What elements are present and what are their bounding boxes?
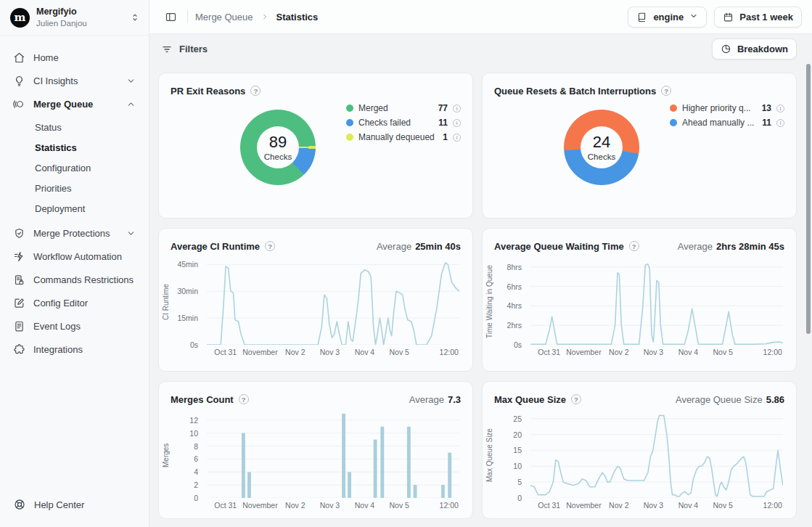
chevron-updown-icon — [130, 12, 140, 23]
y-tick-label: 0 — [517, 494, 522, 502]
help-icon[interactable]: ? — [571, 394, 581, 404]
sidebar-item-merge-queue[interactable]: Merge Queue — [7, 92, 142, 115]
sidebar-item-label: Merge Protections — [33, 228, 110, 239]
x-tick-label: Nov 5 — [389, 348, 409, 356]
pr-exit-donut-chart: 89 Checks — [240, 110, 316, 185]
x-tick-label: November — [242, 348, 277, 356]
y-tick-label: 0s — [514, 340, 522, 349]
info-icon[interactable]: i — [453, 105, 461, 113]
x-tick-label: November — [242, 501, 277, 510]
sidebar-item-workflow-automation[interactable]: Workflow Automation — [7, 245, 142, 268]
legend-label: Ahead manually ... — [682, 118, 757, 128]
legend-dot — [346, 119, 353, 126]
sidebar-item-statistics[interactable]: Statistics — [7, 137, 142, 158]
info-icon[interactable]: i — [453, 134, 461, 142]
merge-queue-icon — [13, 98, 25, 110]
y-tick-label: 4hrs — [507, 301, 522, 310]
sidebar-item-label: Event Logs — [33, 321, 81, 332]
y-tick-label: 2 — [194, 481, 198, 489]
sidebar-item-deployment[interactable]: Deployment — [7, 198, 142, 218]
sidebar-item-priorities[interactable]: Priorities — [7, 178, 142, 198]
date-range-button[interactable]: Past 1 week — [714, 7, 802, 28]
org-switcher[interactable]: m Mergifyio Julien Danjou — [0, 0, 149, 36]
card-average-ci-runtime: Average CI Runtime ? Average25min 40s CI… — [158, 228, 473, 372]
card-average-stat: Average Queue Size5.86 — [676, 394, 784, 405]
scrollbar-thumb[interactable] — [806, 64, 811, 334]
sidebar-toggle-icon[interactable] — [161, 7, 180, 26]
legend-item[interactable]: Merged77i — [346, 101, 461, 115]
x-tick-label: Nov 4 — [355, 501, 374, 510]
breakdown-button[interactable]: Breakdown — [712, 38, 797, 60]
app-root: m Mergifyio Julien Danjou HomeCI Insight… — [0, 0, 812, 527]
sidebar-item-label: CI Insights — [33, 75, 78, 86]
x-tick-label: 12:00 — [763, 501, 782, 510]
info-icon[interactable]: i — [776, 105, 784, 113]
chevron-up-icon — [126, 99, 136, 109]
help-icon[interactable]: ? — [661, 86, 671, 96]
x-tick-label: Nov 5 — [713, 348, 732, 356]
legend-item[interactable]: Checks failed11i — [346, 115, 461, 130]
y-axis-title: Max Queue Size — [485, 412, 493, 498]
filters-label: Filters — [179, 44, 208, 54]
x-tick-label: Nov 4 — [678, 348, 698, 356]
sidebar-item-configuration[interactable]: Configuration — [7, 158, 142, 178]
filters-button[interactable]: Filters — [161, 44, 208, 55]
y-tick-label: 12 — [189, 416, 198, 425]
legend-label: Merged — [358, 103, 433, 113]
calendar-icon — [723, 12, 734, 23]
chart-legend: Merged77iChecks failed11iManually dequeu… — [346, 101, 461, 144]
donut-center-label: Checks — [264, 152, 292, 161]
mergify-logo: m — [10, 8, 30, 28]
legend-item[interactable]: Manually dequeued1i — [346, 130, 461, 144]
legend-value: 77 — [438, 103, 448, 113]
x-tick-label: Nov 2 — [285, 348, 305, 356]
y-tick-label: 25 — [513, 414, 522, 423]
sidebar-item-config-editor[interactable]: Config Editor — [7, 291, 142, 314]
x-tick-label: November — [566, 501, 601, 510]
x-tick-label: Nov 3 — [644, 348, 663, 356]
info-icon[interactable]: i — [453, 119, 461, 127]
x-tick-label: Nov 2 — [609, 348, 628, 356]
y-tick-label: 30min — [177, 287, 198, 295]
shield-icon — [13, 227, 25, 240]
document-icon — [13, 320, 25, 332]
help-center-link[interactable]: Help Center — [0, 498, 149, 527]
info-icon[interactable]: i — [776, 119, 784, 127]
cards-grid: PR Exit Reasons ? 89 Checks Merged77iChe… — [149, 64, 812, 527]
legend-dot — [346, 105, 353, 112]
sidebar-item-commands-restrictions[interactable]: Commands Restrictions — [7, 268, 142, 291]
top-header: Merge Queue Statistics engine Past 1 wee… — [149, 0, 812, 34]
help-icon[interactable]: ? — [629, 241, 639, 251]
org-user: Julien Danjou — [36, 18, 87, 28]
edit-icon — [13, 297, 25, 309]
legend-value: 13 — [762, 103, 771, 113]
legend-label: Higher priority q... — [682, 103, 757, 113]
help-icon[interactable]: ? — [250, 86, 261, 96]
queue-waiting-line-chart — [530, 259, 783, 345]
zap-icon — [13, 250, 25, 263]
x-tick-label: Nov 3 — [320, 501, 340, 510]
x-tick-label: Nov 4 — [678, 501, 698, 510]
sidebar-item-merge-protections[interactable]: Merge Protections — [7, 221, 142, 245]
date-range-value: Past 1 week — [739, 12, 793, 23]
sidebar-item-status[interactable]: Status — [7, 117, 142, 137]
card-title: Queue Resets & Batch Interruptions — [494, 86, 656, 97]
card-average-stat: Average25min 40s — [377, 241, 461, 252]
x-tick-label: Nov 5 — [713, 501, 732, 510]
legend-value: 11 — [438, 118, 448, 128]
help-center-label: Help Center — [34, 499, 84, 510]
sidebar-item-home[interactable]: Home — [7, 46, 142, 69]
legend-item[interactable]: Higher priority q...13i — [670, 101, 784, 115]
donut-center-label: Checks — [588, 152, 615, 161]
help-icon[interactable]: ? — [265, 241, 275, 251]
org-name: Mergifyio — [36, 7, 87, 18]
x-tick-label: 12:00 — [763, 348, 782, 356]
sidebar-item-event-logs[interactable]: Event Logs — [7, 314, 142, 338]
legend-item[interactable]: Ahead manually ...11i — [670, 115, 784, 130]
sidebar-item-integrations[interactable]: Integrations — [7, 338, 142, 361]
lifebuoy-icon — [13, 498, 26, 511]
sidebar-item-ci-insights[interactable]: CI Insights — [7, 69, 142, 92]
help-icon[interactable]: ? — [239, 394, 249, 404]
repository-select[interactable]: engine — [628, 7, 707, 28]
breadcrumb-parent[interactable]: Merge Queue — [195, 12, 253, 23]
